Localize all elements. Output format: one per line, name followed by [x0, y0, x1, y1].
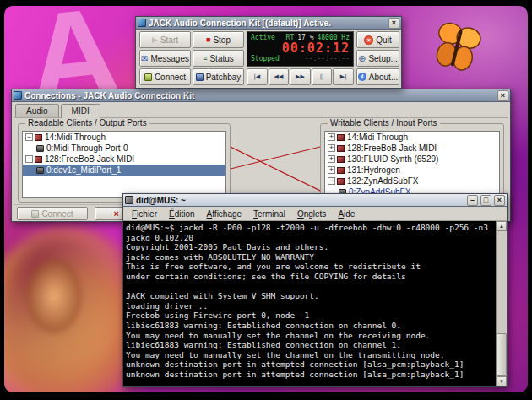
expand-icon[interactable]: + [328, 166, 335, 174]
quit-button[interactable]: × Quit [356, 31, 399, 48]
status-icon: ≡ [203, 55, 207, 62]
tree-item[interactable]: −128:FreeBoB Jack MIDI [23, 154, 225, 165]
collapse-icon[interactable]: − [25, 133, 33, 141]
close-icon[interactable]: × [494, 195, 505, 206]
messages-label: Messages [150, 54, 189, 63]
terminal-titlebar[interactable]: did@MUS: ~ – □ × [123, 194, 507, 207]
transport-backward-button[interactable]: |◀ [247, 68, 268, 85]
tree-item[interactable]: +131:Hydrogen [325, 165, 499, 176]
expand-icon[interactable]: + [328, 144, 335, 152]
jack-main-titlebar[interactable]: JACK Audio Connection Kit [(default)] Ac… [136, 17, 401, 30]
terminal-scrollbar[interactable]: ▲ ▼ [496, 221, 507, 386]
start-icon: ▶ [152, 36, 158, 44]
patchbay-icon [196, 73, 204, 81]
tree-item[interactable]: +14:Midi Through [325, 132, 499, 143]
tab-audio[interactable]: Audio [15, 104, 59, 117]
transport-state: Stopped [251, 55, 280, 62]
terminal-line: loading driver .. [126, 301, 493, 311]
desktop: A JACK Audio Connection Kit [(default)] … [4, 6, 528, 392]
menu-tabs[interactable]: Onglets [291, 208, 332, 219]
writable-header: Writable Clients / Input Ports [328, 118, 440, 127]
collapse-icon[interactable]: − [328, 177, 335, 185]
connect-icon [144, 73, 152, 81]
patchbay-button[interactable]: Patchbay [193, 68, 244, 85]
transport-bar: |◀◀◀▶▶||▶| [247, 68, 354, 85]
setup-button[interactable]: ⊕ Setup... [356, 50, 399, 67]
connections-titlebar[interactable]: Connections - JACK Audio Connection Kit … [12, 89, 510, 102]
terminal-line: under certain conditions; see the file C… [126, 272, 493, 282]
about-button[interactable]: i About... [356, 68, 399, 85]
tree-item[interactable]: 0:Midi Through Port-0 [23, 143, 225, 154]
terminal-line: jackd 0.102.20 [126, 233, 493, 243]
server-state: Active [251, 34, 275, 41]
tree-item[interactable]: −14:Midi Through [23, 132, 225, 143]
stop-button[interactable]: ■ Stop [193, 31, 244, 48]
terminal-line: You may need to manually set the channel… [126, 350, 493, 360]
tree-item-label: 132:ZynAddSubFX [347, 176, 419, 186]
tree-item-label: 128:FreeBoB Jack MIDI [347, 143, 437, 153]
setup-icon: ⊕ [358, 55, 366, 62]
terminal-screen[interactable]: did@MUS:~$ jackd -R -P60 -p128 -t2000 -u… [123, 221, 507, 386]
tree-item[interactable]: 0:dev1c_MidiPort_1 [23, 165, 225, 176]
port-icon [36, 145, 44, 152]
patchbay-label: Patchbay [206, 73, 242, 82]
close-icon[interactable]: × [497, 90, 508, 101]
tree-item[interactable]: +130:FLUID Synth (6529) [325, 154, 499, 165]
start-label: Start [160, 35, 178, 45]
setup-label: Setup... [368, 54, 397, 63]
tree-item-label: 14:Midi Through [347, 132, 408, 142]
connect-button[interactable]: Connect [139, 68, 191, 85]
transport-pause-button[interactable]: || [312, 68, 333, 85]
transport-forward-button[interactable]: ▶▶ [290, 68, 311, 85]
readable-tree[interactable]: −14:Midi Through0:Midi Through Port-0−12… [22, 131, 226, 198]
jack-main-body: ▶ Start ■ Stop ✉ Messages ≡ Status Conne… [136, 30, 401, 88]
elapsed-time: 00:02:12 [251, 41, 350, 55]
terminal-menubar: FichierÉditionAffichageTerminalOngletsAi… [123, 207, 507, 221]
connect-ports-button[interactable]: Connect [17, 207, 88, 220]
scroll-down-icon[interactable]: ▼ [497, 376, 507, 386]
scroll-up-icon[interactable]: ▲ [497, 221, 507, 231]
about-label: About... [369, 73, 398, 82]
connect-icon [31, 210, 39, 218]
menu-terminal[interactable]: Terminal [247, 208, 291, 219]
writable-group: Writable Clients / Input Ports +14:Midi … [320, 123, 504, 203]
readable-header: Readable Clients / Output Ports [25, 118, 149, 127]
terminal-output: did@MUS:~$ jackd -R -P60 -p128 -t2000 -u… [126, 223, 493, 386]
stop-icon: ■ [206, 36, 210, 44]
tree-item[interactable]: −132:ZynAddSubFX [325, 176, 499, 186]
terminal-line: unknown destination port in attempted co… [126, 359, 493, 370]
transport-time: --:--:--.-- [305, 55, 350, 62]
scrollbar-thumb[interactable] [497, 333, 507, 376]
start-button[interactable]: ▶ Start [139, 31, 191, 48]
menu-edit[interactable]: Édition [163, 208, 201, 219]
terminal-line: libiec61883 warning: Established connect… [126, 340, 493, 350]
status-button[interactable]: ≡ Status [193, 50, 244, 67]
writable-tree[interactable]: +14:Midi Through+128:FreeBoB Jack MIDI+1… [324, 131, 500, 198]
client-icon [337, 167, 345, 174]
expand-icon[interactable]: + [328, 155, 335, 163]
transport-rewind-button[interactable]: ◀◀ [269, 68, 290, 85]
menu-help[interactable]: Aide [332, 208, 361, 219]
close-icon[interactable]: × [388, 18, 399, 29]
tab-midi[interactable]: MIDI [61, 104, 100, 118]
tree-item-label: 0:Midi Through Port-0 [46, 143, 128, 153]
jack-app-icon [138, 19, 146, 27]
expand-icon[interactable]: + [328, 133, 335, 141]
tree-item-label: 128:FreeBoB Jack MIDI [45, 154, 134, 164]
tree-item[interactable]: +128:FreeBoB Jack MIDI [325, 143, 499, 154]
transport-end-button[interactable]: ▶| [333, 68, 354, 85]
minimize-icon[interactable]: – [467, 195, 478, 206]
menu-view[interactable]: Affichage [201, 208, 248, 219]
port-icon [36, 167, 44, 174]
menu-file[interactable]: Fichier [126, 208, 163, 219]
tree-item-label: 131:Hydrogen [347, 165, 400, 175]
client-icon [337, 156, 345, 163]
connections-view: Readable Clients / Output Ports −14:Midi… [14, 117, 508, 205]
status-display: Active RT 17 % 48000 Hz 00:02:12 Stopped… [247, 31, 354, 67]
quit-icon: × [364, 35, 373, 45]
maximize-icon[interactable]: □ [480, 195, 491, 206]
client-icon [337, 134, 345, 141]
collapse-icon[interactable]: − [25, 155, 33, 163]
messages-button[interactable]: ✉ Messages [139, 50, 191, 67]
messages-icon: ✉ [141, 55, 148, 62]
